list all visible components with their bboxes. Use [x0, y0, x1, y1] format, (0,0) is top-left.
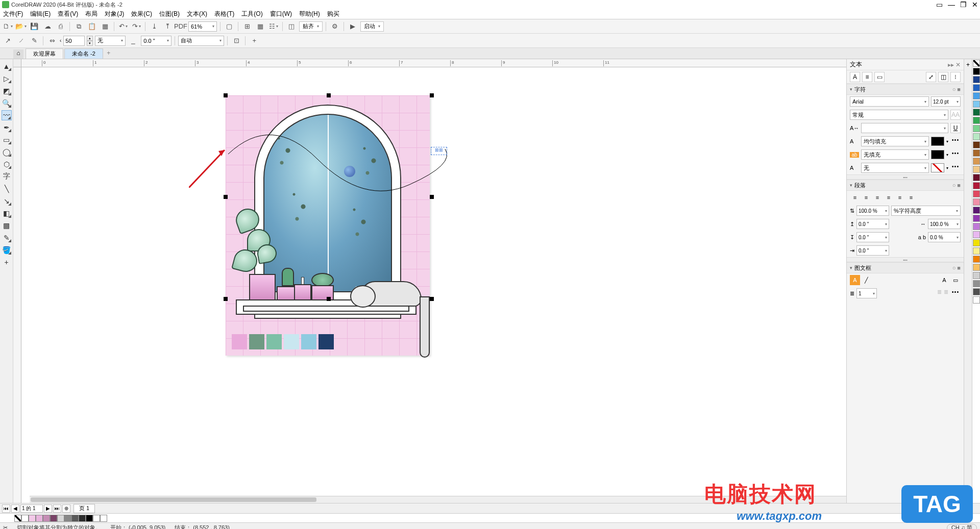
menu-window[interactable]: 窗口(W) — [270, 10, 292, 18]
frame-more-button[interactable]: ••• — [950, 289, 961, 298]
color-swatch[interactable] — [973, 288, 980, 295]
text-tool[interactable]: 字 — [2, 171, 12, 182]
color-swatch[interactable] — [973, 231, 980, 238]
fill-tool[interactable]: 🪣 — [2, 245, 12, 255]
color-swatch[interactable] — [973, 223, 980, 230]
frame-direction-icon[interactable]: A — [850, 275, 860, 285]
fill-more-button[interactable]: ••• — [950, 137, 961, 146]
outline-type-select[interactable]: 无 — [861, 163, 929, 173]
outline-tool[interactable]: + — [2, 257, 12, 267]
menu-help[interactable]: 帮助(H) — [299, 10, 320, 18]
selection-handle[interactable] — [430, 93, 434, 97]
print-button[interactable]: ☁ — [42, 21, 53, 32]
color-swatch[interactable] — [973, 272, 980, 279]
outline-width-select[interactable]: 0.0 " — [141, 36, 172, 46]
menu-effect[interactable]: 效果(C) — [131, 10, 152, 18]
color-swatch[interactable] — [43, 515, 50, 522]
indent-input[interactable]: 0.0 " — [856, 245, 889, 256]
font-weight-select[interactable]: 常规 — [850, 110, 948, 120]
align-center-icon[interactable]: ≡ — [872, 192, 883, 203]
maximize-icon[interactable]: ❐ — [960, 1, 967, 9]
color-swatch[interactable] — [79, 515, 86, 522]
color-swatch[interactable] — [973, 296, 980, 304]
color-swatch[interactable] — [36, 515, 43, 522]
color-swatch[interactable] — [973, 92, 980, 99]
color-swatch[interactable] — [57, 515, 64, 522]
menu-tools[interactable]: 工具(O) — [241, 10, 262, 18]
docker-tab-icon[interactable]: + — [966, 61, 970, 68]
undo-button[interactable]: ↶ — [117, 21, 129, 32]
color-swatch[interactable] — [973, 158, 980, 165]
section-collapse[interactable]: ••• — [847, 174, 964, 180]
color-swatch[interactable] — [973, 207, 980, 214]
color-swatch[interactable] — [973, 117, 980, 124]
prev-page-button[interactable]: ◀ — [11, 505, 19, 513]
color-swatch[interactable] — [973, 141, 980, 148]
snap-combo[interactable]: 贴齐 — [299, 21, 323, 32]
section-collapse[interactable]: ••• — [847, 257, 964, 262]
import-button[interactable]: ⤓ — [149, 21, 160, 32]
page-indicator[interactable]: 1 的 1 — [20, 505, 43, 513]
align-justify-icon[interactable]: ≡ — [895, 192, 905, 203]
menu-object[interactable]: 对象(J) — [105, 10, 124, 18]
color-swatch[interactable] — [21, 515, 29, 522]
pick-tool[interactable]: ▲ — [2, 61, 12, 71]
bgfill-color[interactable] — [931, 150, 944, 159]
color-swatch[interactable] — [973, 100, 980, 108]
selection-handle[interactable] — [430, 195, 434, 199]
home-icon[interactable]: ⌂ — [13, 49, 23, 59]
ime-indicator[interactable]: CH ♫ 简 — [947, 524, 977, 530]
color-swatch[interactable] — [973, 174, 980, 181]
polygon-tool[interactable]: ⬡ — [2, 159, 12, 169]
menu-view[interactable]: 查看(V) — [58, 10, 78, 18]
selection-handle[interactable] — [327, 93, 331, 97]
snap-icon[interactable]: ◫ — [286, 21, 297, 32]
align-right-icon[interactable]: ≡ — [884, 192, 894, 203]
first-page-button[interactable]: ⏮ — [2, 505, 10, 513]
add-page-button[interactable]: ⊕ — [62, 505, 70, 513]
selection-handle[interactable] — [224, 195, 228, 199]
shape-tool[interactable]: ▷ — [2, 73, 12, 84]
color-swatch[interactable] — [973, 166, 980, 173]
menu-edit[interactable]: 编辑(E) — [30, 10, 51, 18]
frame-none-icon[interactable]: ╱ — [861, 275, 871, 285]
gear-icon[interactable]: ○ ■ — [952, 86, 961, 92]
menu-file[interactable]: 文件(F) — [3, 10, 23, 18]
popout-icon[interactable]: ◫ — [938, 72, 948, 82]
close-icon[interactable]: ✕ — [972, 1, 978, 9]
after-input[interactable]: 0.0 " — [856, 232, 889, 242]
new-button[interactable]: 🗋 — [2, 21, 13, 32]
color-swatch[interactable] — [100, 515, 107, 522]
align-none-icon[interactable]: ≡ — [850, 192, 860, 203]
zoom-tool[interactable]: 🔍 — [2, 98, 12, 108]
freehand-tool[interactable]: 〰 — [2, 110, 12, 120]
color-swatch[interactable] — [973, 264, 980, 271]
color-swatch[interactable] — [64, 515, 71, 522]
offset-input[interactable] — [63, 36, 85, 46]
fill-type-select[interactable]: 均匀填充 — [861, 136, 929, 146]
menu-layout[interactable]: 布局 — [85, 10, 97, 18]
outline-color[interactable] — [931, 163, 944, 172]
crop-tool[interactable]: ◩ — [2, 86, 12, 96]
tab-document[interactable]: 未命名 -2 — [64, 48, 103, 59]
copy-button[interactable]: ⧉ — [73, 21, 84, 32]
line-start-icon[interactable]: ⎯ — [128, 35, 139, 46]
color-swatch[interactable] — [93, 515, 100, 522]
align-left-icon[interactable]: ≡ — [861, 192, 871, 203]
color-swatch[interactable] — [973, 256, 980, 263]
text-cursor[interactable]: ⊠⊠ — [431, 147, 447, 155]
selection-handle[interactable] — [224, 297, 228, 301]
save-button[interactable]: 💾 — [29, 21, 40, 32]
selection-handle[interactable] — [224, 93, 228, 97]
align-force-icon[interactable]: ≡ — [906, 192, 916, 203]
para-text-icon[interactable]: ≡ — [862, 72, 872, 82]
eyedropper-tool[interactable]: ✎ — [2, 233, 12, 243]
bbox-icon[interactable]: ⊡ — [231, 35, 242, 46]
fullscreen-button[interactable]: ▢ — [224, 21, 235, 32]
menu-table[interactable]: 表格(T) — [214, 10, 234, 18]
color-swatch[interactable] — [29, 515, 36, 522]
guides-button[interactable]: ▦ — [255, 21, 266, 32]
line-unit-select[interactable]: %字符高度 — [891, 206, 961, 216]
ruler-vertical[interactable] — [13, 67, 21, 503]
page-tab[interactable]: 页 1 — [74, 504, 95, 513]
